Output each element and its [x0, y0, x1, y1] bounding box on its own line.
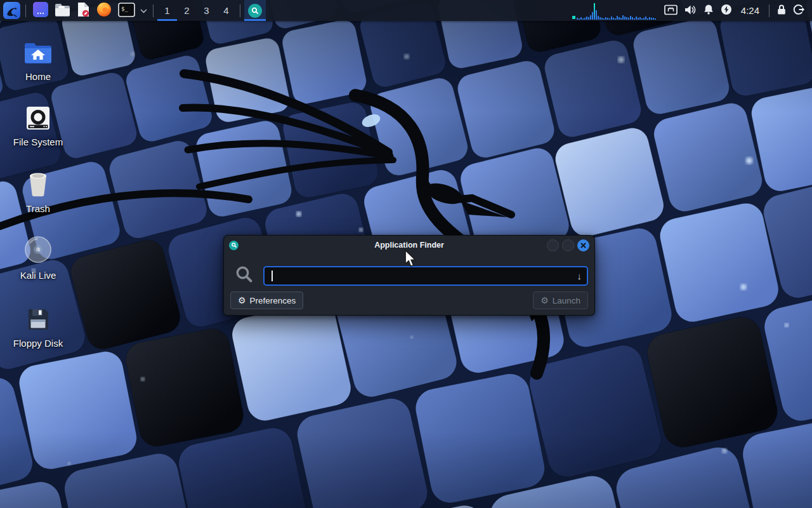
desktop-icon-label: Trash [26, 203, 50, 214]
gear-icon: ⚙ [238, 296, 246, 305]
dashboard-icon [33, 2, 48, 19]
preferences-label: Preferences [250, 296, 296, 305]
network-tray-button[interactable] [661, 0, 681, 21]
logout-icon [793, 4, 805, 17]
desktop-icon-kali-live[interactable]: Kali Live [3, 235, 73, 281]
dashboard-launcher[interactable] [30, 0, 51, 21]
workspace-button-3[interactable]: 3 [197, 0, 216, 21]
launch-button[interactable]: ⚙ Launch [533, 291, 588, 309]
clock[interactable]: 4:24 [735, 5, 765, 16]
network-icon [664, 4, 678, 17]
cpu-graph-indicator [572, 16, 575, 19]
close-button[interactable] [577, 239, 589, 251]
minimize-button[interactable] [547, 239, 559, 251]
top-panel: $_ 1 2 3 4 [0, 0, 812, 21]
lock-icon [776, 4, 787, 17]
volume-tray-button[interactable] [681, 0, 700, 21]
workspace-button-1[interactable]: 1 [157, 0, 177, 21]
terminal-launcher[interactable]: $_ [115, 0, 138, 21]
workspace-switcher: 1 2 3 4 [157, 0, 236, 21]
terminal-dropdown-button[interactable] [138, 0, 149, 21]
power-icon [721, 4, 732, 17]
text-editor-launcher[interactable] [74, 0, 93, 21]
application-finder-button[interactable] [244, 0, 266, 21]
volume-icon [684, 4, 697, 17]
workspace-button-2[interactable]: 2 [177, 0, 197, 21]
desktop-icon-home[interactable]: Home [3, 36, 73, 82]
dropdown-arrow-icon[interactable]: ↓ [577, 271, 582, 282]
logout-button[interactable] [790, 0, 808, 21]
terminal-icon: $_ [118, 3, 135, 19]
notifications-button[interactable] [700, 0, 717, 21]
floppy-disk-icon [25, 303, 51, 332]
search-field: ↓ [263, 266, 588, 286]
mouse-cursor [404, 250, 416, 270]
text-caret [272, 271, 273, 281]
application-finder-window: Application Finder ↓ ⚙ Prefere [223, 235, 595, 316]
lock-screen-button[interactable] [773, 0, 790, 21]
desktop-icon-label: Kali Live [20, 270, 56, 281]
firefox-icon [96, 2, 112, 19]
desktop-icon-label: Home [25, 71, 51, 82]
text-editor-icon [77, 2, 90, 19]
chevron-down-icon [140, 6, 147, 15]
svg-text:$_: $_ [121, 5, 128, 11]
search-input[interactable] [265, 267, 587, 284]
file-manager-icon [55, 3, 70, 18]
desktop-icon-floppy-disk[interactable]: Floppy Disk [3, 303, 73, 349]
notifications-icon [703, 4, 714, 17]
file-manager-launcher[interactable] [51, 0, 74, 21]
maximize-button[interactable] [562, 239, 574, 251]
kali-menu-icon [3, 2, 20, 19]
panel-separator [153, 4, 154, 17]
applications-menu-button[interactable] [2, 0, 22, 21]
cpu-graph[interactable] [571, 0, 661, 21]
cpu-graph-bars [577, 1, 661, 20]
panel-separator [25, 4, 26, 17]
panel-separator [240, 4, 240, 17]
desktop-icon-trash[interactable]: Trash [3, 168, 73, 214]
preferences-button[interactable]: ⚙ Preferences [230, 291, 303, 309]
search-icon [248, 4, 262, 18]
firefox-launcher[interactable] [93, 0, 115, 21]
disc-icon [23, 235, 53, 264]
search-icon [235, 265, 254, 286]
close-icon [580, 243, 586, 248]
window-title: Application Finder [224, 241, 594, 250]
system-tray: 4:24 [571, 0, 812, 21]
power-manager-button[interactable] [717, 0, 735, 21]
panel-separator [769, 4, 769, 17]
hard-drive-icon [25, 102, 51, 131]
desktop-icon-file-system[interactable]: File System [3, 102, 73, 147]
launch-label: Launch [553, 296, 580, 305]
launch-gear-icon: ⚙ [540, 296, 549, 305]
desktop-icon-label: File System [13, 137, 63, 147]
trash-icon [26, 168, 50, 197]
home-folder-icon [23, 36, 53, 65]
workspace-button-4[interactable]: 4 [216, 0, 236, 21]
desktop-icon-label: Floppy Disk [13, 338, 63, 349]
